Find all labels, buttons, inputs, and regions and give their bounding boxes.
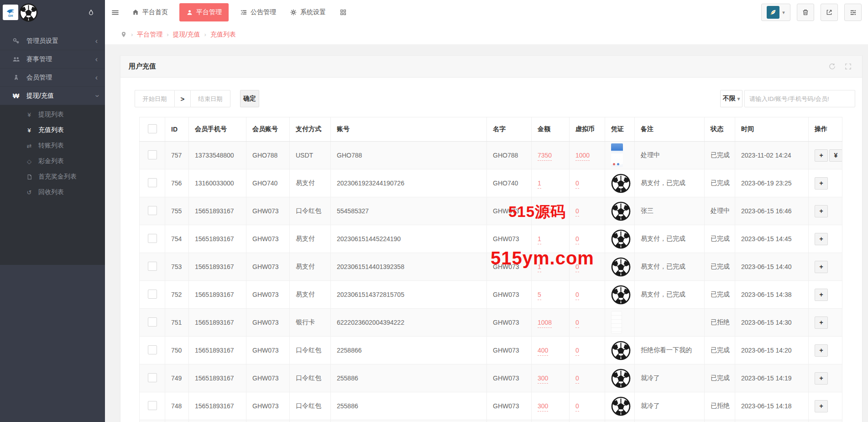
coin-link[interactable]: 0 <box>575 291 579 300</box>
sidebar-item-管理员设置[interactable]: 管理员设置‹ <box>0 32 105 50</box>
coin-link[interactable]: 0 <box>575 179 579 189</box>
card-tools <box>828 63 852 70</box>
cell-time: 2023-06-15 14:30 <box>735 309 809 337</box>
amount-link[interactable]: 300 <box>538 375 548 384</box>
soccer-ball-voucher[interactable] <box>611 229 631 249</box>
op-yen-button[interactable]: ¥ <box>829 149 842 162</box>
row-checkbox[interactable] <box>148 401 157 410</box>
cell-pay-account: 6222023602004394222 <box>331 309 487 337</box>
hamburger-icon[interactable] <box>105 0 125 25</box>
end-date-input[interactable] <box>190 90 230 107</box>
date-range-arrow-button[interactable]: > <box>175 90 190 107</box>
breadcrumb-link-充值列表[interactable]: 充值列表 <box>210 31 236 39</box>
op-plus-button[interactable]: + <box>815 316 828 329</box>
site-logo[interactable]: GH <box>3 5 18 20</box>
cell-status: 处理中 <box>705 197 735 225</box>
row-checkbox[interactable] <box>148 150 157 159</box>
amount-link[interactable]: 400 <box>538 347 548 356</box>
nav-item-公告管理[interactable]: 公告管理 <box>233 0 283 25</box>
table-row-752: 75215651893167GHW073易支付20230615143728157… <box>140 281 842 309</box>
op-plus-button[interactable]: + <box>815 149 828 162</box>
soccer-ball-voucher[interactable] <box>611 396 631 416</box>
row-checkbox[interactable] <box>148 234 157 243</box>
sidebar-item-提现/充值[interactable]: ₩提现/充值‹ <box>0 87 105 105</box>
voucher-screenshot-thumb[interactable] <box>611 143 623 167</box>
op-plus-button[interactable]: + <box>815 344 828 357</box>
bars-icon <box>849 9 857 16</box>
open-window-button[interactable] <box>821 4 838 21</box>
cell-checkbox <box>140 169 165 197</box>
start-date-input[interactable] <box>135 90 175 107</box>
coin-link[interactable]: 0 <box>575 207 579 216</box>
coin-link[interactable]: 0 <box>575 319 579 328</box>
trash-button[interactable] <box>797 4 814 21</box>
coin-link[interactable]: 0 <box>575 347 579 356</box>
op-plus-button[interactable]: + <box>815 400 828 412</box>
soccer-ball-voucher[interactable] <box>611 369 631 388</box>
row-checkbox[interactable] <box>148 206 157 215</box>
coin-link[interactable]: 0 <box>575 375 579 384</box>
coin-link[interactable]: 0 <box>575 235 579 244</box>
confirm-button[interactable]: 确定 <box>240 90 259 107</box>
row-checkbox[interactable] <box>148 317 157 327</box>
sidebar-subitem-提现列表[interactable]: ¥提现列表 <box>0 107 105 122</box>
select-all-checkbox[interactable] <box>148 124 157 133</box>
soccer-ball-voucher[interactable] <box>611 201 631 221</box>
op-plus-button[interactable]: + <box>815 372 828 385</box>
user-icon <box>186 9 193 16</box>
cell-time: 2023-06-15 14:19 <box>735 364 809 392</box>
amount-link[interactable]: 1 <box>538 235 541 244</box>
op-plus-button[interactable]: + <box>815 233 828 245</box>
cell-voucher <box>605 309 635 337</box>
breadcrumb-link-平台管理[interactable]: 平台管理 <box>137 31 162 39</box>
op-plus-button[interactable]: + <box>815 177 828 190</box>
menu-button[interactable] <box>844 4 862 21</box>
nav-item-平台首页[interactable]: 平台首页 <box>125 0 175 25</box>
row-checkbox[interactable] <box>148 290 157 299</box>
header-账号: 账号 <box>331 117 487 142</box>
soccer-ball-voucher[interactable] <box>611 174 631 193</box>
sidebar-item-赛事管理[interactable]: 赛事管理‹ <box>0 50 105 69</box>
scope-dropdown[interactable]: 不限 ▾ <box>720 90 743 107</box>
table-row-751: 75115651893167GHW073银行卡62220236020043942… <box>140 309 842 337</box>
nav-item-grid[interactable] <box>333 0 354 25</box>
sidebar-item-会员管理[interactable]: 会员管理‹ <box>0 69 105 87</box>
row-checkbox[interactable] <box>148 345 157 354</box>
row-checkbox[interactable] <box>148 262 157 271</box>
coin-link[interactable]: 1000 <box>575 152 590 161</box>
coin-link[interactable]: 0 <box>575 402 579 411</box>
amount-link[interactable]: 1008 <box>538 319 552 328</box>
sidebar-subitem-首充奖金列表[interactable]: 首充奖金列表 <box>0 169 105 185</box>
row-checkbox[interactable] <box>148 178 157 187</box>
water-drop-icon[interactable] <box>88 8 94 17</box>
transfer-icon: ⇄ <box>24 142 35 149</box>
breadcrumb-link-提现/充值[interactable]: 提现/充值 <box>173 31 200 39</box>
sidebar-subitem-充值列表[interactable]: ¥充值列表 <box>0 122 105 138</box>
fullscreen-icon[interactable] <box>844 63 852 70</box>
nav-item-系统设置[interactable]: 系统设置 <box>283 0 333 25</box>
op-plus-button[interactable]: + <box>815 261 828 273</box>
amount-link[interactable]: 5 <box>538 291 541 300</box>
cell-id: 753 <box>165 253 189 281</box>
amount-link[interactable]: 1 <box>538 179 541 189</box>
sidebar-subitem-彩金列表[interactable]: ◇彩金列表 <box>0 153 105 169</box>
cell-time: 2023-06-15 16:46 <box>735 197 809 225</box>
amount-link[interactable]: 300 <box>538 402 548 411</box>
cell-pay-method: 口令红包 <box>290 364 331 392</box>
nav-item-平台管理[interactable]: 平台管理 <box>179 3 229 21</box>
soccer-ball-voucher[interactable] <box>611 341 631 360</box>
amount-link[interactable]: 7350 <box>538 152 552 161</box>
search-input[interactable] <box>744 90 855 107</box>
row-checkbox[interactable] <box>148 373 157 382</box>
refresh-icon[interactable] <box>828 63 836 70</box>
avatar-button[interactable]: ▾ <box>761 4 790 21</box>
voucher-receipt-thumb[interactable] <box>611 311 622 334</box>
op-plus-button[interactable]: + <box>815 205 828 217</box>
sidebar-subitem-转账列表[interactable]: ⇄转账列表 <box>0 138 105 153</box>
cell-remark: 处理中 <box>635 142 705 169</box>
soccer-ball-voucher[interactable] <box>611 257 631 277</box>
sidebar-subitem-回收列表[interactable]: ↺回收列表 <box>0 185 105 200</box>
soccer-ball-voucher[interactable] <box>611 285 631 305</box>
op-plus-button[interactable]: + <box>815 289 828 301</box>
cell-coin: 0 <box>570 281 605 309</box>
